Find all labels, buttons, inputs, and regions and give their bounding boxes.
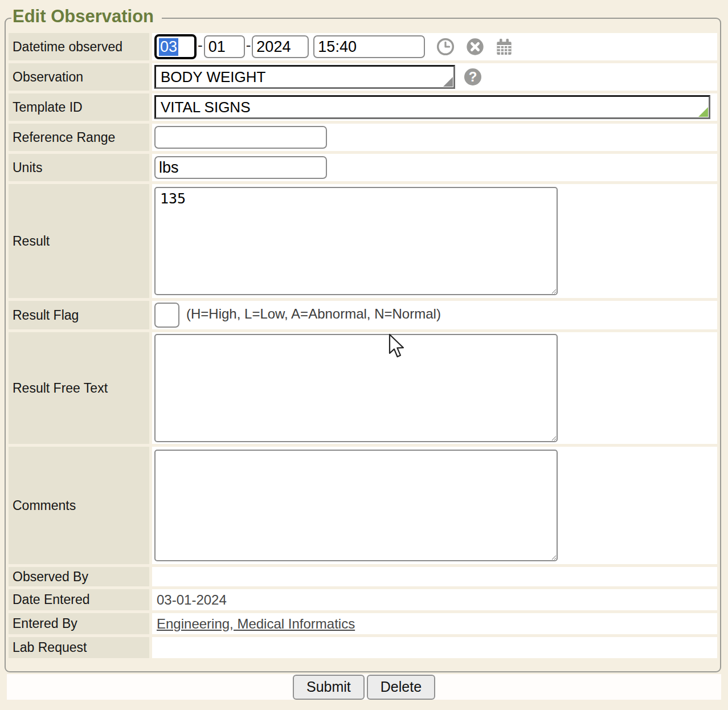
edit-observation-fieldset: Edit Observation Datetime observed 03-- xyxy=(5,18,721,672)
date-separator: - xyxy=(246,36,251,54)
result-label: Result xyxy=(9,184,149,298)
delete-button[interactable]: Delete xyxy=(367,675,435,700)
day-input[interactable] xyxy=(204,35,245,58)
row-template-id: Template ID VITAL SIGNS xyxy=(9,93,717,121)
time-input[interactable] xyxy=(313,35,425,58)
row-lab-request: Lab Request xyxy=(9,637,717,658)
lab-request-label: Lab Request xyxy=(9,637,149,658)
row-entered-by: Entered By Engineering, Medical Informat… xyxy=(9,613,717,634)
row-comments: Comments xyxy=(9,447,717,564)
row-observed-by: Observed By xyxy=(9,567,717,586)
entered-by-link[interactable]: Engineering, Medical Informatics xyxy=(154,616,355,631)
reference-range-input[interactable] xyxy=(154,126,327,149)
row-result: Result 135 xyxy=(9,184,717,298)
reference-range-label: Reference Range xyxy=(9,124,149,151)
calendar-icon[interactable] xyxy=(495,38,513,56)
result-free-text-label: Result Free Text xyxy=(9,332,149,444)
date-entered-label: Date Entered xyxy=(9,589,149,610)
autocomplete-corner-icon xyxy=(698,107,708,117)
year-input[interactable] xyxy=(252,35,309,58)
comments-label: Comments xyxy=(9,447,149,564)
row-reference-range: Reference Range xyxy=(9,124,717,151)
date-separator: - xyxy=(198,36,203,54)
date-entered-value: 03-01-2024 xyxy=(154,592,227,607)
page-title: Edit Observation xyxy=(11,6,162,27)
row-result-flag: Result Flag (H=High, L=Low, A=Abnormal, … xyxy=(9,301,717,329)
comments-textarea[interactable] xyxy=(154,450,558,561)
result-textarea[interactable]: 135 xyxy=(154,187,558,295)
form-action-bar: Submit Delete xyxy=(7,674,721,700)
template-id-label: Template ID xyxy=(9,93,149,121)
template-id-input[interactable]: VITAL SIGNS xyxy=(154,95,710,119)
clear-icon[interactable] xyxy=(466,38,484,56)
row-datetime: Datetime observed 03-- xyxy=(9,33,717,60)
submit-button[interactable]: Submit xyxy=(293,675,365,700)
row-result-free-text: Result Free Text xyxy=(9,332,717,444)
result-flag-hint: (H=High, L=Low, A=Abnormal, N=Normal) xyxy=(186,306,441,321)
row-units: Units xyxy=(9,154,717,181)
observation-label: Observation xyxy=(9,63,149,91)
row-observation: Observation BODY WEIGHT ? xyxy=(9,63,717,91)
units-label: Units xyxy=(9,154,149,181)
month-input-selected-text: 03 xyxy=(159,38,178,56)
units-input[interactable] xyxy=(154,156,327,179)
month-input[interactable]: 03 xyxy=(154,34,197,59)
observed-by-value xyxy=(154,569,157,584)
result-flag-input[interactable] xyxy=(154,303,179,328)
observation-select[interactable]: BODY WEIGHT xyxy=(154,65,455,89)
datetime-observed-label: Datetime observed xyxy=(9,33,149,60)
observation-form-table: Datetime observed 03-- xyxy=(6,30,720,661)
observation-select-value: BODY WEIGHT xyxy=(161,68,265,86)
lab-request-value xyxy=(154,640,157,655)
select-corner-arrow-icon xyxy=(443,77,453,87)
result-free-text-textarea[interactable] xyxy=(154,334,558,442)
entered-by-label: Entered By xyxy=(9,613,149,634)
help-icon[interactable]: ? xyxy=(464,68,481,85)
clock-icon[interactable] xyxy=(436,38,455,56)
observed-by-label: Observed By xyxy=(9,567,149,586)
template-id-value: VITAL SIGNS xyxy=(161,99,251,116)
row-date-entered: Date Entered 03-01-2024 xyxy=(9,589,717,610)
result-flag-label: Result Flag xyxy=(9,301,149,329)
